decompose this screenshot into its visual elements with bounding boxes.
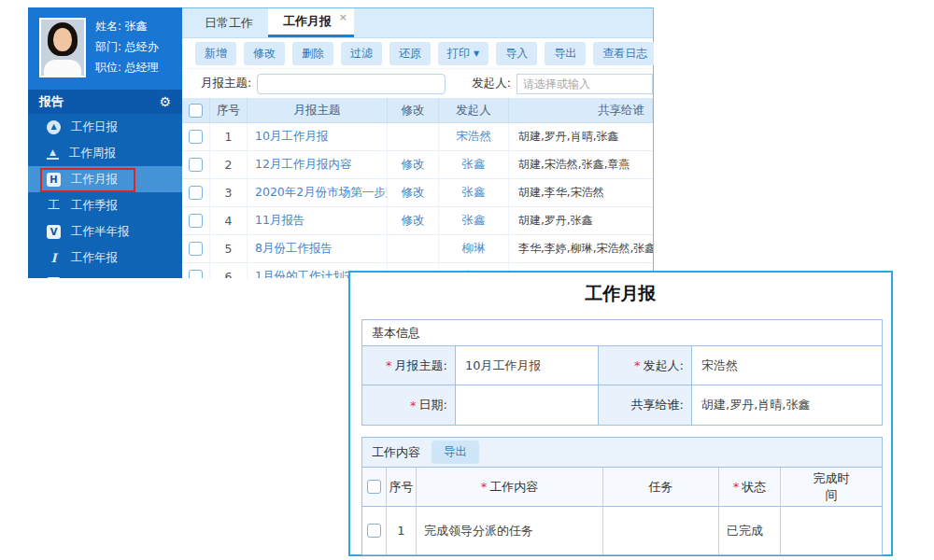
initiator-filter-label: 发起人:: [472, 76, 511, 91]
field-label-text: 月报主题:: [395, 357, 447, 374]
quarterly-report-icon: 工: [47, 199, 61, 213]
select-all-checkbox[interactable]: [189, 104, 203, 118]
close-icon[interactable]: ×: [339, 11, 347, 23]
work-table-body: 1完成领导分派的任务已完成: [362, 507, 882, 554]
subject-link[interactable]: 11月报告: [248, 207, 388, 234]
sidebar-item-monthly-report[interactable]: H工作月报: [28, 166, 182, 192]
work-column-header: 序号: [387, 468, 417, 507]
toolbar-button-导入[interactable]: 导入: [496, 42, 537, 65]
row-checkbox[interactable]: [189, 242, 203, 256]
user-profile: 姓名: 张鑫部门: 总经办职位: 总经理: [28, 7, 182, 90]
subject-link[interactable]: 10月工作月报: [248, 123, 388, 150]
sidebar-item-partial[interactable]: [28, 271, 182, 278]
row-checkbox[interactable]: [189, 130, 203, 144]
row-checkbox[interactable]: [189, 214, 203, 228]
work-row-number: 1: [387, 507, 417, 554]
profile-info: 姓名: 张鑫部门: 总经办职位: 总经理: [95, 16, 159, 77]
main-panel: 日常工作工作月报× 新增修改删除过滤还原打印▼导入导出查看日志 月报主题: 发起…: [182, 7, 654, 278]
sidebar-item-label: 工作季报: [71, 198, 118, 214]
sidebar-item-weekly-report[interactable]: ▲工作周报: [28, 140, 182, 166]
tab-label: 工作月报: [283, 13, 332, 30]
table-row: 411月报告修改张鑫胡建,罗丹,张鑫: [182, 207, 653, 235]
shared-with: 胡建,罗丹,肖晴,张鑫: [509, 123, 653, 150]
avatar-shirt: [44, 60, 81, 76]
modify-link[interactable]: 修改: [388, 179, 439, 206]
report-section-bar: 报告 ⚙: [28, 90, 182, 114]
work-content-bar: 工作内容 导出: [362, 438, 882, 468]
required-mark: *: [733, 480, 740, 494]
toolbar-button-修改[interactable]: 修改: [244, 42, 285, 65]
work-row-checkbox[interactable]: [367, 524, 381, 538]
row-checkbox-cell: [182, 235, 210, 262]
toolbar-button-新增[interactable]: 新增: [195, 42, 236, 65]
sidebar-item-label: 工作年报: [71, 250, 118, 266]
sidebar-item-label: 工作半年报: [71, 224, 130, 240]
field-label-text: 发起人:: [644, 357, 684, 374]
dropdown-caret-icon: ▼: [474, 49, 479, 58]
basic-info-grid: *月报主题:10月工作月报*发起人:宋浩然*日期:共享给谁:胡建,罗丹,肖晴,张…: [362, 346, 882, 425]
column-header: 修改: [388, 98, 439, 122]
initiator-name: 张鑫: [439, 179, 509, 206]
column-header: 共享给谁: [509, 98, 653, 122]
row-number: 4: [210, 207, 248, 234]
work-column-header: 任务: [603, 468, 719, 507]
toolbar-button-打印[interactable]: 打印▼: [438, 42, 488, 65]
modify-link: [388, 235, 439, 262]
toolbar-button-查看日志[interactable]: 查看日志: [593, 42, 654, 65]
field-value[interactable]: 宋浩然: [692, 346, 882, 385]
work-header-text: 状态: [742, 479, 766, 496]
sidebar-item-annual-report[interactable]: I工作年报: [28, 245, 182, 271]
shared-with: 胡建,罗丹,张鑫: [509, 207, 653, 234]
monthly-report-dialog: 工作月报 基本信息 *月报主题:10月工作月报*发起人:宋浩然*日期:共享给谁:…: [348, 271, 893, 556]
table-body: 110月工作月报宋浩然胡建,罗丹,肖晴,张鑫212月工作月报内容修改张鑫胡建,宋…: [182, 123, 653, 278]
sidebar-item-label: 工作月报: [71, 172, 118, 188]
work-column-header: 完成时间: [781, 468, 882, 507]
subject-link[interactable]: 2020年2月份市场第一步财务...: [248, 179, 388, 206]
finish-time-cell[interactable]: [781, 507, 882, 554]
subject-link[interactable]: 12月工作月报内容: [248, 151, 388, 178]
work-select-all-checkbox[interactable]: [367, 480, 381, 494]
initiator-filter-input[interactable]: [517, 74, 653, 94]
field-value[interactable]: 胡建,罗丹,肖晴,张鑫: [692, 385, 882, 425]
subject-filter-input[interactable]: [257, 74, 446, 94]
avatar: [39, 18, 86, 77]
sidebar-item-half-year-report[interactable]: V工作半年报: [28, 218, 182, 245]
half-year-report-icon: V: [47, 225, 61, 239]
subject-link[interactable]: 8月份工作报告: [248, 235, 388, 262]
toolbar-button-删除[interactable]: 删除: [292, 42, 333, 65]
toolbar-button-过滤[interactable]: 过滤: [341, 42, 382, 65]
toolbar-button-导出[interactable]: 导出: [545, 42, 586, 65]
subject-filter-label: 月报主题:: [201, 76, 251, 91]
app-window: 姓名: 张鑫部门: 总经办职位: 总经理 报告 ⚙ ▲工作日报▲工作周报H工作月…: [28, 7, 654, 278]
row-number: 3: [210, 179, 248, 206]
work-content-cell[interactable]: 完成领导分派的任务: [417, 507, 603, 554]
sidebar-item-daily-report[interactable]: ▲工作日报: [28, 114, 182, 140]
field-label: 共享给谁:: [599, 385, 692, 425]
report-table: 序号月报主题修改发起人共享给谁 110月工作月报宋浩然胡建,罗丹,肖晴,张鑫21…: [182, 98, 653, 278]
modify-link[interactable]: 修改: [388, 151, 439, 178]
work-header-text: 序号: [389, 479, 414, 496]
sidebar-item-quarterly-report[interactable]: 工工作季报: [28, 192, 182, 218]
tab-2[interactable]: 工作月报×: [268, 8, 354, 37]
row-checkbox[interactable]: [189, 158, 203, 172]
row-checkbox[interactable]: [189, 270, 203, 278]
row-number: 1: [210, 123, 248, 150]
tab-1[interactable]: 日常工作: [190, 8, 268, 37]
field-label: *日期:: [362, 385, 456, 425]
field-value[interactable]: [456, 385, 599, 425]
row-number: 2: [210, 151, 248, 178]
field-label: *发起人:: [599, 346, 692, 385]
task-cell[interactable]: [603, 507, 719, 554]
row-number: 6: [210, 263, 248, 278]
field-value[interactable]: 10月工作月报: [456, 346, 599, 385]
export-button[interactable]: 导出: [432, 441, 479, 464]
shared-with: 胡建,李华,宋浩然: [509, 179, 653, 206]
row-checkbox[interactable]: [189, 186, 203, 200]
modify-link[interactable]: 修改: [388, 207, 439, 234]
work-content-section: 工作内容 导出 序号*工作内容任务*状态完成时间 1完成领导分派的任务已完成: [361, 437, 883, 555]
gear-icon[interactable]: ⚙: [159, 94, 171, 109]
work-table-header: 序号*工作内容任务*状态完成时间: [362, 468, 882, 507]
initiator-name: 张鑫: [439, 207, 509, 234]
status-cell[interactable]: 已完成: [719, 507, 781, 554]
toolbar-button-还原[interactable]: 还原: [389, 42, 431, 65]
